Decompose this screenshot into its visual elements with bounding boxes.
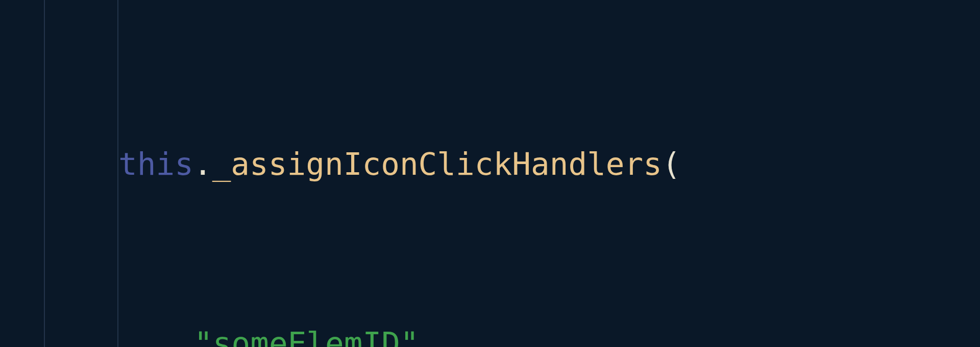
token-dot: . [193,146,212,182]
token-paren-open: ( [662,146,681,182]
code-block: this._assignIconClickHandlers( "someElem… [0,14,700,347]
code-editor[interactable]: this._assignIconClickHandlers( "someElem… [0,0,980,347]
code-line: "someElemID", [0,313,700,347]
token-keyword-this: this [118,146,193,182]
code-line: this._assignIconClickHandlers( [0,134,700,194]
token-string: "someElemID" [194,325,419,347]
token-method: _assignIconClickHandlers [212,146,662,182]
token-comma: , [419,325,438,347]
